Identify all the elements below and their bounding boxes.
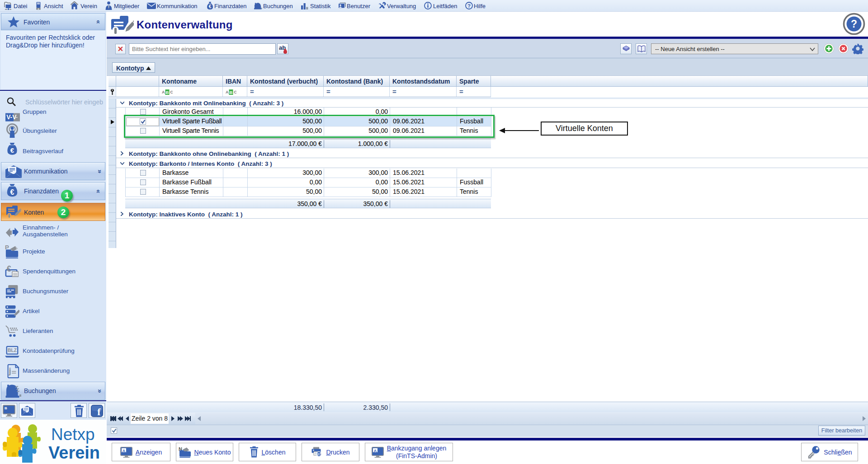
svg-text:C: C <box>234 90 237 94</box>
svg-text:A: A <box>122 448 125 453</box>
svg-text:A: A <box>226 90 229 94</box>
svg-text:A: A <box>162 90 165 94</box>
svg-text:j: j <box>8 366 11 375</box>
svg-text:€: € <box>209 4 212 9</box>
svg-text:B: B <box>230 90 233 95</box>
svg-text:€: € <box>10 146 14 154</box>
svg-text:?: ? <box>467 3 471 9</box>
svg-text:B: B <box>166 90 169 95</box>
svg-text:BLZ: BLZ <box>8 348 17 353</box>
svg-text:C: C <box>170 90 173 94</box>
svg-text:f: f <box>97 406 101 417</box>
svg-text:-: - <box>15 113 18 121</box>
svg-text:€: € <box>10 188 14 196</box>
svg-text:07: 07 <box>317 452 321 456</box>
svg-text:€: € <box>7 265 11 273</box>
svg-text:A: A <box>373 448 377 453</box>
svg-text:B: B <box>5 406 7 410</box>
svg-text:?: ? <box>851 18 857 30</box>
